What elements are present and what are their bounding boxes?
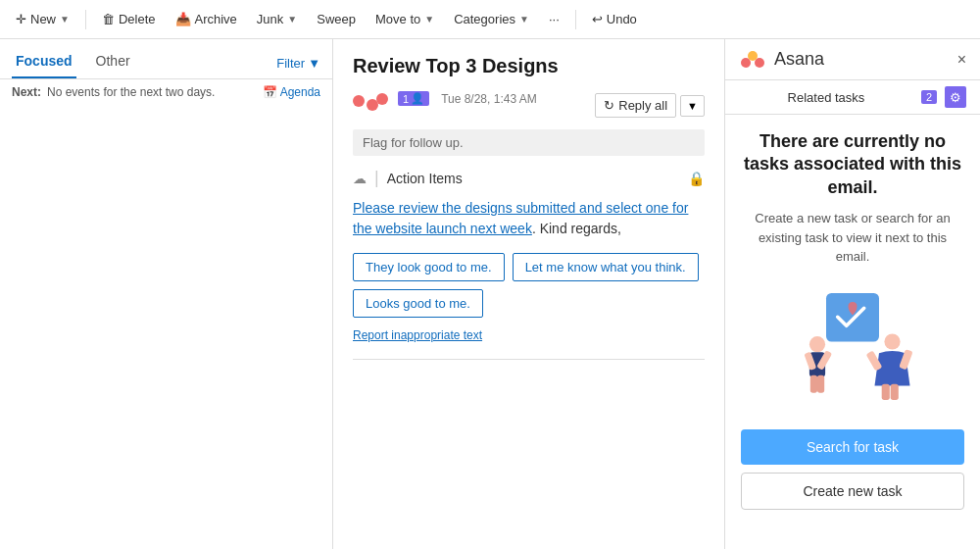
reply-all-button[interactable]: ↻ Reply all	[595, 93, 676, 118]
new-plus-icon: ✛	[16, 12, 26, 26]
filter-chevron-icon: ▼	[308, 56, 320, 71]
undo-icon: ↩	[592, 12, 603, 26]
quick-reply-button[interactable]: Looks good to me.	[353, 289, 483, 318]
moveto-label: Move to	[375, 12, 420, 26]
asana-logo-icon	[739, 50, 766, 70]
sweep-button[interactable]: Sweep	[309, 8, 364, 30]
categories-button[interactable]: Categories ▼	[446, 8, 537, 30]
svg-point-10	[884, 333, 900, 349]
more-button[interactable]: ···	[541, 8, 567, 30]
svg-rect-9	[817, 374, 824, 392]
asana-related-tab[interactable]: Related tasks	[739, 90, 913, 105]
delete-button[interactable]: 🗑 Delete	[94, 8, 164, 30]
tab-focused[interactable]: Focused	[12, 47, 76, 78]
email-date: Tue 8/28, 1:43 AM	[441, 92, 537, 106]
agenda-label: Agenda	[280, 85, 320, 99]
main-area: Focused Other Filter ▼ Next: No events f…	[0, 39, 980, 549]
asana-logo	[739, 50, 766, 70]
reply-icon: ↻	[604, 98, 614, 113]
moveto-button[interactable]: Move to ▼	[368, 8, 442, 30]
asana-header: Asana ×	[725, 39, 980, 80]
separator	[85, 10, 86, 29]
quick-reply-button[interactable]: They look good to me.	[353, 253, 505, 281]
close-icon: ×	[957, 51, 966, 68]
person-icon: 👤	[411, 92, 424, 105]
junk-label: Junk	[257, 12, 283, 26]
report-link[interactable]: Report inappropriate text	[353, 325, 705, 343]
avatar-dot-1	[353, 95, 365, 107]
new-label: New	[30, 12, 56, 26]
junk-chevron-icon: ▼	[287, 14, 297, 25]
quick-reply-button[interactable]: Let me know what you think.	[513, 253, 699, 281]
archive-icon: 📥	[175, 12, 191, 26]
email-from-row: 1 👤 Tue 8/28, 1:43 AM	[398, 91, 595, 106]
svg-rect-8	[810, 374, 817, 392]
more-icon: ···	[549, 12, 560, 26]
gear-icon: ⚙	[950, 90, 961, 105]
reply-dropdown-button[interactable]: ▼	[680, 95, 705, 117]
search-for-task-button[interactable]: Search for task	[741, 429, 964, 465]
archive-button[interactable]: 📥 Archive	[168, 8, 245, 30]
delete-icon: 🗑	[102, 12, 115, 26]
agenda-button[interactable]: 📅 Agenda	[263, 85, 320, 99]
next-label: Next:	[12, 85, 41, 99]
asana-panel: Asana × Related tasks 2 ⚙ There are curr…	[725, 39, 980, 549]
cloud-icon: ☁	[353, 171, 367, 186]
categories-chevron-icon: ▼	[519, 14, 529, 25]
next-bar: Next: No events for the next two days. 📅…	[0, 79, 332, 105]
avatar-dot-3	[376, 93, 388, 105]
no-tasks-desc: Create a new task or search for an exist…	[741, 209, 964, 267]
asana-tabs-bar: Related tasks 2 ⚙	[725, 80, 980, 115]
asana-body: There are currently no tasks associated …	[725, 115, 980, 549]
categories-label: Categories	[454, 12, 515, 26]
reply-all-label: Reply all	[618, 98, 667, 113]
email-body: Please review the designs submitted and …	[353, 198, 705, 239]
reply-section: ↻ Reply all ▼	[595, 93, 705, 118]
undo-button[interactable]: ↩ Undo	[584, 8, 645, 30]
quick-replies: They look good to me.Let me know what yo…	[353, 253, 705, 318]
divider-bar: |	[374, 168, 379, 188]
lock-icon: 🔒	[688, 171, 705, 186]
asana-close-button[interactable]: ×	[957, 51, 966, 69]
filter-button[interactable]: Filter ▼	[276, 56, 320, 71]
next-text: No events for the next two days.	[47, 85, 215, 99]
email-header: 1 👤 Tue 8/28, 1:43 AM ↻ Reply all ▼	[353, 91, 705, 118]
action-items-label: Action Items	[387, 171, 463, 186]
junk-button[interactable]: Junk ▼	[249, 8, 305, 30]
new-button[interactable]: ✛ New ▼	[8, 8, 77, 30]
email-body-tail: . Kind regards,	[532, 221, 621, 236]
asana-badge: 2	[921, 90, 937, 104]
svg-rect-14	[891, 383, 899, 399]
email-title: Review Top 3 Designs	[353, 55, 705, 77]
no-tasks-title: There are currently no tasks associated …	[741, 130, 964, 199]
undo-label: Undo	[607, 12, 637, 26]
email-content: Review Top 3 Designs 1 👤 Tue 8/28, 1:43 …	[333, 39, 725, 549]
flag-bar: Flag for follow up.	[353, 129, 705, 156]
inbox-tabs: Focused Other Filter ▼	[0, 39, 332, 79]
email-meta: 1 👤 Tue 8/28, 1:43 AM	[398, 91, 595, 110]
delete-label: Delete	[119, 12, 156, 26]
asana-illustration	[764, 282, 941, 410]
svg-point-4	[809, 336, 825, 352]
sender-badge: 1 👤	[398, 91, 429, 106]
archive-label: Archive	[195, 12, 237, 26]
avatar-group	[353, 95, 388, 111]
asana-settings-button[interactable]: ⚙	[945, 86, 966, 108]
create-new-task-button[interactable]: Create new task	[741, 473, 964, 510]
asana-title: Asana	[774, 49, 950, 70]
calendar-icon: 📅	[263, 85, 277, 99]
tab-other[interactable]: Other	[92, 47, 134, 78]
email-link[interactable]: Please review the designs submitted and …	[353, 200, 688, 236]
flag-text: Flag for follow up.	[363, 135, 464, 150]
reply-chevron-icon: ▼	[687, 100, 698, 112]
filter-label: Filter	[276, 56, 305, 71]
toolbar: ✛ New ▼ 🗑 Delete 📥 Archive Junk ▼ Sweep …	[0, 0, 980, 39]
new-chevron-icon: ▼	[60, 14, 70, 25]
action-items-row: ☁ | Action Items 🔒	[353, 168, 705, 188]
svg-point-2	[748, 51, 758, 61]
sweep-label: Sweep	[317, 12, 356, 26]
svg-rect-13	[882, 383, 890, 399]
email-divider	[353, 359, 705, 360]
separator2	[575, 10, 576, 29]
moveto-chevron-icon: ▼	[424, 14, 434, 25]
